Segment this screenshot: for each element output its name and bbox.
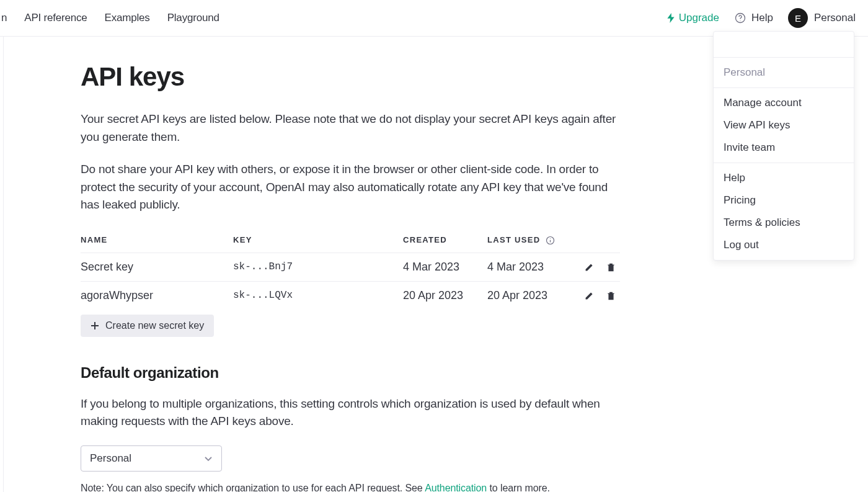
chevron-down-icon bbox=[204, 454, 213, 463]
dropdown-manage-account[interactable]: Manage account bbox=[714, 92, 854, 114]
key-last-used: 20 Apr 2023 bbox=[487, 281, 580, 310]
dropdown-org-label: Personal bbox=[714, 61, 854, 84]
dropdown-help[interactable]: Help bbox=[714, 167, 854, 189]
authentication-link[interactable]: Authentication bbox=[425, 483, 487, 492]
info-icon[interactable] bbox=[546, 236, 555, 245]
account-label: Personal bbox=[814, 12, 856, 24]
dropdown-view-api-keys[interactable]: View API keys bbox=[714, 114, 854, 136]
default-org-heading: Default organization bbox=[81, 364, 620, 382]
row-actions bbox=[580, 290, 620, 301]
account-dropdown: Personal Manage account View API keys In… bbox=[713, 31, 854, 261]
key-created: 20 Apr 2023 bbox=[403, 281, 487, 310]
main-content: API keys Your secret API keys are listed… bbox=[81, 62, 620, 492]
upgrade-label: Upgrade bbox=[679, 12, 719, 24]
page-title: API keys bbox=[81, 62, 620, 92]
nav-link-truncated: n bbox=[1, 12, 7, 24]
org-note: Note: You can also specify which organiz… bbox=[81, 483, 620, 492]
help-button[interactable]: Help bbox=[734, 12, 773, 24]
edit-icon[interactable] bbox=[584, 262, 595, 272]
dropdown-invite-team[interactable]: Invite team bbox=[714, 136, 854, 159]
table-row: agoraWhypser sk-...LQVx 20 Apr 2023 20 A… bbox=[81, 281, 620, 310]
nav-link-api-reference[interactable]: API reference bbox=[24, 12, 87, 24]
row-actions bbox=[580, 262, 620, 272]
upgrade-button[interactable]: Upgrade bbox=[666, 12, 719, 24]
api-keys-table: NAME KEY CREATED LAST USED Secret key sk… bbox=[81, 229, 620, 310]
avatar: E bbox=[788, 8, 808, 28]
top-right: Upgrade Help E Personal bbox=[666, 8, 856, 28]
key-created: 4 Mar 2023 bbox=[403, 253, 487, 281]
nav-links: n API reference Examples Playground bbox=[0, 12, 666, 24]
table-row: Secret key sk-...Bnj7 4 Mar 2023 4 Mar 2… bbox=[81, 253, 620, 281]
key-value: sk-...LQVx bbox=[233, 281, 403, 310]
create-button-label: Create new secret key bbox=[105, 320, 204, 331]
account-menu-trigger[interactable]: E Personal bbox=[788, 8, 856, 28]
dropdown-terms[interactable]: Terms & policies bbox=[714, 212, 854, 234]
intro-paragraph-2: Do not share your API key with others, o… bbox=[81, 161, 620, 214]
lightning-icon bbox=[666, 13, 675, 23]
select-value: Personal bbox=[90, 452, 131, 465]
dropdown-log-out[interactable]: Log out bbox=[714, 234, 854, 256]
dropdown-blank-header bbox=[714, 32, 854, 58]
svg-point-4 bbox=[550, 238, 551, 239]
create-secret-key-button[interactable]: Create new secret key bbox=[81, 315, 214, 337]
delete-icon[interactable] bbox=[606, 290, 616, 301]
help-label: Help bbox=[751, 12, 773, 24]
key-value: sk-...Bnj7 bbox=[233, 253, 403, 281]
nav-link-playground[interactable]: Playground bbox=[167, 12, 219, 24]
key-name: agoraWhypser bbox=[81, 281, 233, 310]
col-key: KEY bbox=[233, 229, 403, 253]
table-header-row: NAME KEY CREATED LAST USED bbox=[81, 229, 620, 253]
dropdown-pricing[interactable]: Pricing bbox=[714, 189, 854, 212]
default-org-select[interactable]: Personal bbox=[81, 445, 222, 472]
svg-point-1 bbox=[740, 20, 740, 21]
help-icon bbox=[734, 12, 746, 24]
col-created: CREATED bbox=[403, 229, 487, 253]
key-last-used: 4 Mar 2023 bbox=[487, 253, 580, 281]
sidebar bbox=[0, 37, 4, 492]
col-last-used: LAST USED bbox=[487, 229, 580, 253]
intro-paragraph-1: Your secret API keys are listed below. P… bbox=[81, 110, 620, 146]
key-name: Secret key bbox=[81, 253, 233, 281]
edit-icon[interactable] bbox=[584, 290, 595, 301]
delete-icon[interactable] bbox=[606, 262, 616, 272]
col-name: NAME bbox=[81, 229, 233, 253]
default-org-paragraph: If you belong to multiple organizations,… bbox=[81, 395, 620, 431]
plus-icon bbox=[91, 321, 99, 330]
nav-link-examples[interactable]: Examples bbox=[105, 12, 150, 24]
